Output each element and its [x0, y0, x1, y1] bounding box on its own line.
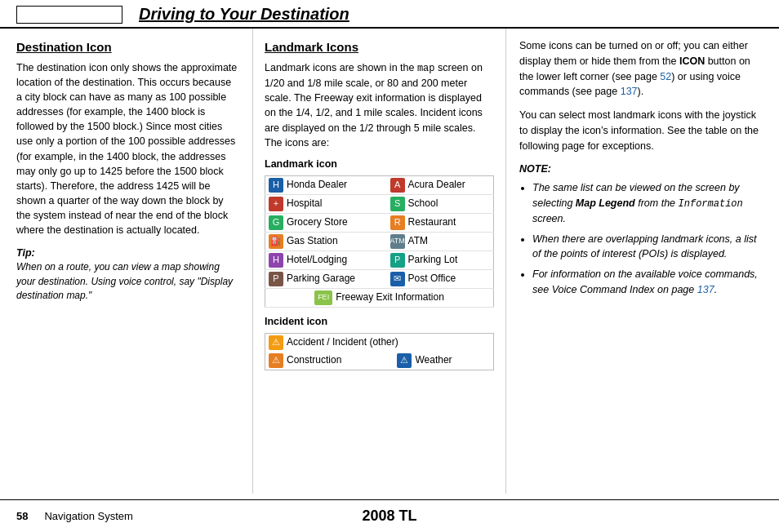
information-mono: Information [679, 198, 743, 210]
gas-station-cell: ⛽ Gas Station [265, 232, 387, 250]
grocery-store-cell: G Grocery Store [265, 213, 387, 232]
note-item-2: When there are overlapping landmark icon… [532, 232, 766, 263]
page-137b-link[interactable]: 137 [697, 284, 714, 295]
post-office-cell: ✉ Post Office [387, 269, 494, 288]
parking-garage-cell: P Parking Garage [265, 269, 387, 288]
table-row: FEI Freeway Exit Information [265, 288, 494, 307]
page-ref-note: on page [657, 284, 697, 295]
restaurant-cell: R Restaurant [387, 213, 494, 232]
atm-icon: ATM [390, 234, 405, 249]
gas-station-icon: ⛽ [269, 234, 283, 249]
weather-icon: ⚠ [397, 353, 412, 368]
hotel-lodging-cell: H Hotel/Lodging [265, 250, 387, 269]
construction-icon: ⚠ [269, 353, 283, 368]
hotel-lodging-icon: H [269, 253, 283, 268]
freeway-exit-label: Freeway Exit Information [336, 290, 444, 304]
note-list: The same list can be viewed on the scree… [519, 180, 766, 298]
accident-incident-cell: ⚠ Accident / Incident (other) [265, 334, 494, 352]
parking-garage-icon: P [269, 272, 283, 286]
accident-icon: ⚠ [269, 335, 283, 350]
honda-dealer-cell: H Honda Dealer [265, 175, 387, 194]
navigation-system-label: Navigation System [44, 510, 132, 522]
construction-cell: ⚠ Construction [265, 352, 394, 370]
hospital-cell: + Hospital [265, 194, 387, 213]
incident-icon-subheading: Incident icon [265, 314, 494, 329]
page-footer: 58 Navigation System 2008 TL [0, 499, 779, 532]
hospital-icon: + [269, 197, 283, 211]
header-box [16, 6, 122, 24]
acura-dealer-cell: A Acura Dealer [387, 175, 494, 194]
landmark-icons-heading: Landmark Icons [265, 38, 494, 56]
table-row: ⛽ Gas Station ATM ATM [265, 232, 494, 250]
table-row: + Hospital S School [265, 194, 494, 213]
page-137a-link[interactable]: 137 [621, 86, 638, 97]
destination-icon-heading: Destination Icon [16, 38, 239, 56]
right-column: Some icons can be turned on or off; you … [506, 29, 779, 494]
right-para2: You can select most landmark icons with … [519, 108, 766, 153]
grocery-store-icon: G [269, 215, 283, 230]
landmark-icon-subheading: Landmark icon [265, 157, 494, 171]
table-row: H Honda Dealer A Acura Dealer [265, 175, 494, 194]
freeway-exit-cell: FEI Freeway Exit Information [265, 288, 494, 307]
table-row: ⚠ Accident / Incident (other) [265, 334, 494, 352]
weather-cell: ⚠ Weather [394, 352, 493, 370]
school-icon: S [390, 197, 405, 211]
table-row: G Grocery Store R Restaurant [265, 213, 494, 232]
destination-icon-body: The destination icon only shows the appr… [16, 60, 239, 238]
map-word: map [417, 63, 435, 74]
tip-heading: Tip: [16, 246, 239, 260]
map-legend-bold: Map Legend [576, 197, 635, 209]
page-header: Driving to Your Destination [0, 0, 779, 29]
table-row: ⚠ Construction ⚠ Weather [265, 352, 494, 370]
footer-center-text: 2008 TL [362, 508, 416, 525]
restaurant-icon: R [390, 215, 405, 230]
landmark-icons-table: H Honda Dealer A Acura Dealer + Hospital… [265, 175, 494, 308]
right-para1: Some icons can be turned on or off; you … [519, 38, 766, 100]
middle-column: Landmark Icons Landmark icons are shown … [253, 29, 506, 494]
page-number: 58 [16, 510, 28, 522]
footer-left: 58 Navigation System [16, 510, 133, 522]
school-cell: S School [387, 194, 494, 213]
atm-cell: ATM ATM [387, 232, 494, 250]
table-row: P Parking Garage ✉ Post Office [265, 269, 494, 288]
parking-lot-icon: P [390, 253, 405, 268]
incident-icons-table: ⚠ Accident / Incident (other) ⚠ Construc… [265, 333, 494, 370]
freeway-exit-icon: FEI [314, 290, 332, 305]
note-item-1: The same list can be viewed on the scree… [532, 180, 766, 227]
note-item-3: For information on the available voice c… [532, 267, 766, 298]
acura-dealer-icon: A [390, 178, 405, 193]
note-heading: NOTE: [519, 162, 766, 177]
left-column: Destination Icon The destination icon on… [0, 29, 253, 494]
content-area: Destination Icon The destination icon on… [0, 29, 779, 494]
landmark-intro: Landmark icons are shown in the map scre… [265, 60, 494, 150]
page-title: Driving to Your Destination [139, 5, 349, 24]
page-52-link[interactable]: 52 [660, 71, 671, 82]
parking-lot-cell: P Parking Lot [387, 250, 494, 269]
icon-button-label: ICON [679, 55, 705, 67]
honda-dealer-icon: H [269, 178, 283, 193]
tip-text: When on a route, you can view a map show… [16, 260, 239, 303]
post-office-icon: ✉ [390, 272, 405, 286]
table-row: H Hotel/Lodging P Parking Lot [265, 250, 494, 269]
